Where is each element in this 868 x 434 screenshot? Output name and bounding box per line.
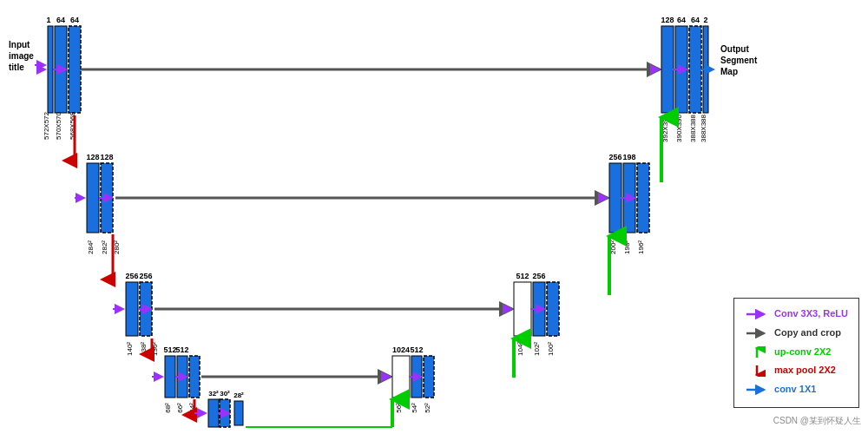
legend-item-upconv: up-conv 2X2	[745, 344, 848, 361]
svg-text:512: 512	[163, 345, 176, 354]
svg-text:570X570: 570X570	[55, 111, 62, 140]
svg-text:100²: 100²	[547, 342, 555, 356]
copy-arrow-icon	[745, 327, 769, 339]
legend-item-copy: Copy and crop	[745, 325, 848, 342]
svg-text:1: 1	[46, 16, 50, 24]
svg-rect-80	[165, 356, 175, 398]
svg-text:138²: 138²	[140, 342, 148, 356]
svg-text:256: 256	[125, 272, 138, 280]
svg-rect-57	[126, 282, 138, 336]
svg-rect-35	[101, 163, 113, 233]
svg-rect-14	[689, 26, 701, 113]
svg-rect-69	[547, 282, 559, 336]
svg-text:68²: 68²	[164, 403, 172, 413]
svg-text:66²: 66²	[176, 403, 184, 413]
svg-text:64: 64	[56, 16, 65, 24]
svg-rect-46	[637, 163, 649, 233]
svg-text:512: 512	[175, 345, 188, 354]
svg-text:390X390: 390X390	[675, 114, 683, 142]
svg-text:198²: 198²	[623, 240, 631, 254]
svg-text:198: 198	[622, 153, 635, 161]
svg-text:56²: 56²	[395, 403, 403, 413]
legend-maxpool-label: max pool 2X2	[774, 362, 836, 379]
svg-text:256: 256	[139, 272, 152, 280]
svg-rect-105	[220, 399, 230, 427]
svg-text:2: 2	[703, 16, 707, 24]
svg-text:140²: 140²	[126, 342, 134, 356]
svg-rect-67	[514, 282, 531, 336]
svg-rect-13	[675, 26, 687, 113]
conv1x1-arrow-icon	[745, 384, 769, 396]
svg-text:102²: 102²	[533, 342, 541, 356]
svg-rect-91	[392, 356, 410, 398]
svg-text:256: 256	[608, 153, 621, 161]
svg-rect-104	[208, 399, 219, 427]
svg-text:282²: 282²	[101, 240, 108, 254]
svg-text:284²: 284²	[87, 240, 95, 254]
svg-text:64²: 64²	[188, 403, 196, 413]
legend-item-conv: Conv 3X3, ReLU	[745, 306, 848, 323]
svg-text:388X388: 388X388	[700, 114, 707, 142]
svg-text:64: 64	[70, 16, 79, 24]
svg-rect-1	[55, 26, 67, 113]
legend-upconv-label: up-conv 2X2	[774, 344, 831, 361]
svg-text:128: 128	[661, 16, 674, 24]
watermark: CSDN @某到怀疑人生	[773, 415, 861, 427]
svg-rect-68	[533, 282, 545, 336]
svg-rect-58	[140, 282, 152, 336]
svg-text:572X572: 572X572	[43, 111, 50, 140]
conv-arrow-icon	[745, 308, 769, 320]
legend-item-conv1x1: conv 1X1	[745, 381, 848, 398]
svg-text:200²: 200²	[609, 240, 617, 254]
legend-item-maxpool: max pool 2X2	[745, 362, 848, 379]
legend-conv1x1-label: conv 1X1	[774, 381, 816, 398]
svg-text:64: 64	[691, 16, 700, 24]
svg-text:30²: 30²	[220, 390, 230, 398]
svg-text:Input: Input	[9, 40, 30, 49]
svg-text:388X388: 388X388	[689, 114, 697, 142]
svg-text:512: 512	[516, 272, 529, 280]
svg-rect-15	[703, 26, 708, 113]
svg-text:196²: 196²	[637, 240, 645, 254]
svg-text:Segment: Segment	[720, 56, 758, 65]
svg-text:512: 512	[410, 345, 423, 354]
svg-rect-45	[623, 163, 635, 233]
legend-copy-label: Copy and crop	[774, 325, 841, 342]
svg-text:Map: Map	[720, 67, 738, 76]
svg-text:54²: 54²	[411, 403, 418, 413]
maxpool-arrow-icon	[745, 365, 769, 377]
svg-text:Output: Output	[720, 44, 749, 54]
svg-text:568X568: 568X568	[69, 111, 76, 140]
legend: Conv 3X3, ReLU Copy and crop	[733, 298, 859, 408]
svg-text:136²: 136²	[151, 342, 159, 356]
svg-text:128: 128	[100, 153, 113, 161]
svg-text:32²: 32²	[208, 390, 219, 398]
svg-text:392X392: 392X392	[661, 114, 669, 142]
svg-text:28²: 28²	[233, 391, 244, 399]
svg-text:128: 128	[86, 153, 99, 161]
svg-text:image: image	[9, 51, 34, 61]
svg-rect-34	[87, 163, 99, 233]
svg-text:104²: 104²	[516, 342, 524, 356]
legend-conv-label: Conv 3X3, ReLU	[774, 306, 848, 323]
svg-text:1024: 1024	[392, 345, 410, 354]
svg-text:64: 64	[677, 16, 686, 24]
svg-rect-44	[609, 163, 621, 233]
svg-rect-2	[69, 26, 81, 113]
svg-rect-81	[177, 356, 187, 398]
svg-text:title: title	[9, 62, 24, 72]
diagram-container: 1 64 64 572X572 570X570 568X568	[0, 0, 868, 434]
svg-rect-82	[189, 356, 200, 398]
svg-rect-110	[234, 401, 243, 425]
svg-rect-93	[424, 356, 434, 398]
upconv-arrow-icon	[745, 346, 769, 358]
svg-text:52²: 52²	[424, 403, 431, 413]
svg-rect-0	[48, 26, 53, 113]
svg-text:256: 256	[532, 272, 545, 280]
svg-rect-12	[661, 26, 674, 113]
svg-text:280²: 280²	[113, 240, 121, 254]
svg-rect-92	[411, 356, 422, 398]
